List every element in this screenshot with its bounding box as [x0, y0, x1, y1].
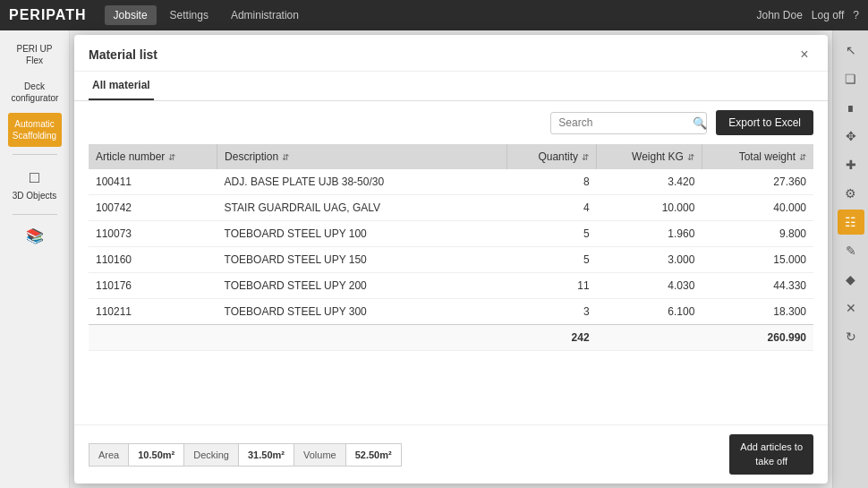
sort-article-number-icon: ⇵ [168, 152, 175, 162]
nav-item-administration[interactable]: Administration [222, 5, 308, 25]
cell-article-number: 110211 [89, 299, 217, 325]
sidebar-item-3d-objects[interactable]: □ 3D Objects [8, 162, 62, 207]
help-button[interactable]: ? [853, 9, 859, 21]
list-icon[interactable]: ☷ [838, 210, 864, 235]
table-row: 100742 STAIR GUARDRAIL UAG, GALV 4 10.00… [89, 195, 813, 221]
nav-item-settings[interactable]: Settings [161, 5, 217, 25]
cell-quantity: 3 [507, 299, 597, 325]
undo-icon[interactable]: ↻ [838, 324, 864, 349]
col-weight-kg[interactable]: Weight KG ⇵ [597, 144, 702, 169]
cell-quantity: 5 [507, 221, 597, 247]
logout-button[interactable]: Log off [812, 9, 844, 21]
cell-quantity: 8 [507, 169, 597, 195]
move-icon[interactable]: ✥ [838, 124, 864, 149]
grid-select-icon[interactable]: ❏ [838, 66, 864, 91]
cell-weight-kg: 3.420 [597, 169, 702, 195]
search-box[interactable]: 🔍 [550, 112, 707, 134]
area-label: Area [89, 444, 129, 466]
main-content: Material list × All material 🔍 Export to… [70, 30, 832, 488]
cell-total-weight: 44.330 [702, 273, 813, 299]
tab-all-material[interactable]: All material [89, 72, 154, 100]
sidebar-divider-2 [13, 214, 57, 215]
cell-weight-kg: 10.000 [597, 195, 702, 221]
col-total-weight[interactable]: Total weight ⇵ [702, 144, 813, 169]
table-row: 110073 TOEBOARD STEEL UPY 100 5 1.960 9.… [89, 221, 813, 247]
summary-empty-3 [597, 325, 702, 351]
table-row: 110176 TOEBOARD STEEL UPY 200 11 4.030 4… [89, 273, 813, 299]
nav-item-jobsite[interactable]: Jobsite [105, 5, 157, 25]
cell-total-weight: 18.300 [702, 299, 813, 325]
close-icon[interactable]: ✕ [838, 295, 864, 321]
cell-weight-kg: 1.960 [597, 221, 702, 247]
app-brand: PERIPATH [9, 7, 87, 23]
cell-article-number: 110073 [89, 221, 217, 247]
sort-weight-icon: ⇵ [687, 152, 694, 162]
material-table: Article number ⇵ Description ⇵ [89, 144, 813, 351]
box-icon: □ [12, 167, 58, 188]
cell-quantity: 5 [507, 247, 597, 273]
table-body: 100411 ADJ. BASE PLATE UJB 38-50/30 8 3.… [89, 169, 813, 351]
modal-header: Material list × [74, 35, 828, 72]
right-panel: ↖ ❏ ∎ ✥ ✚ ⚙ ☷ ✎ ◆ ✕ ↻ [832, 30, 868, 488]
sidebar-book-icon[interactable]: 📚 [19, 222, 51, 249]
layers-icon[interactable]: ◆ [838, 267, 864, 292]
cell-weight-kg: 3.000 [597, 247, 702, 273]
metrics-bar: Area 10.50m² Decking 31.50m² Volume 52.5… [89, 443, 402, 467]
cell-total-weight: 40.000 [702, 195, 813, 221]
main-layout: PERI UP Flex Deck configurator Automatic… [0, 30, 868, 488]
summary-total-weight: 260.990 [702, 325, 813, 351]
volume-label: Volume [294, 444, 346, 466]
cell-article-number: 110176 [89, 273, 217, 299]
col-description[interactable]: Description ⇵ [217, 144, 507, 169]
summary-quantity: 242 [507, 325, 597, 351]
sidebar-item-peri-up-flex[interactable]: PERI UP Flex [8, 38, 62, 72]
sort-quantity-icon: ⇵ [582, 152, 589, 162]
metric-decking: Decking 31.50m² [184, 443, 294, 467]
decking-value: 31.50m² [239, 444, 294, 466]
3d-objects-label: 3D Objects [12, 190, 58, 201]
summary-empty-1 [89, 325, 217, 351]
modal-tabs: All material [74, 72, 828, 101]
nav-left: PERIPATH Jobsite Settings Administration [9, 5, 308, 25]
search-input[interactable] [558, 116, 693, 129]
export-to-excel-button[interactable]: Export to Excel [716, 110, 813, 135]
add-articles-button[interactable]: Add articles totake off [729, 434, 813, 475]
cursor-icon[interactable]: ↖ [838, 38, 864, 63]
area-value: 10.50m² [129, 444, 183, 466]
user-name: John Doe [756, 9, 802, 21]
cell-total-weight: 27.360 [702, 169, 813, 195]
sidebar-divider-1 [13, 154, 57, 155]
volume-value: 52.50m² [346, 444, 401, 466]
cell-description: STAIR GUARDRAIL UAG, GALV [217, 195, 507, 221]
cell-article-number: 100742 [89, 195, 217, 221]
cell-description: TOEBOARD STEEL UPY 300 [217, 299, 507, 325]
modal-close-button[interactable]: × [796, 46, 813, 64]
cell-description: TOEBOARD STEEL UPY 200 [217, 273, 507, 299]
material-list-modal: Material list × All material 🔍 Export to… [74, 35, 828, 484]
sidebar-item-deck-configurator[interactable]: Deck configurator [8, 75, 62, 109]
modal-footer: Area 10.50m² Decking 31.50m² Volume 52.5… [74, 424, 828, 484]
cell-article-number: 100411 [89, 169, 217, 195]
cell-quantity: 4 [507, 195, 597, 221]
table-header: Article number ⇵ Description ⇵ [89, 144, 813, 169]
summary-empty-2 [217, 325, 507, 351]
settings-icon[interactable]: ⚙ [838, 181, 864, 206]
resize-icon[interactable]: ✚ [838, 152, 864, 177]
col-article-number[interactable]: Article number ⇵ [89, 144, 217, 169]
material-table-container: Article number ⇵ Description ⇵ [74, 144, 828, 424]
cell-description: ADJ. BASE PLATE UJB 38-50/30 [217, 169, 507, 195]
sidebar-item-automatic-scaffolding[interactable]: Automatic Scaffolding [8, 113, 62, 147]
sort-total-weight-icon: ⇵ [799, 152, 806, 162]
edit-icon[interactable]: ✎ [838, 238, 864, 263]
col-quantity[interactable]: Quantity ⇵ [507, 144, 597, 169]
subtract-icon[interactable]: ∎ [838, 95, 864, 120]
cell-article-number: 110160 [89, 247, 217, 273]
search-icon: 🔍 [693, 116, 707, 130]
metric-area: Area 10.50m² [89, 443, 184, 467]
modal-toolbar: 🔍 Export to Excel [74, 101, 828, 144]
cell-weight-kg: 6.100 [597, 299, 702, 325]
left-sidebar: PERI UP Flex Deck configurator Automatic… [0, 30, 70, 488]
modal-title: Material list [89, 47, 157, 62]
table-row: 100411 ADJ. BASE PLATE UJB 38-50/30 8 3.… [89, 169, 813, 195]
top-navigation: PERIPATH Jobsite Settings Administration… [0, 0, 868, 30]
